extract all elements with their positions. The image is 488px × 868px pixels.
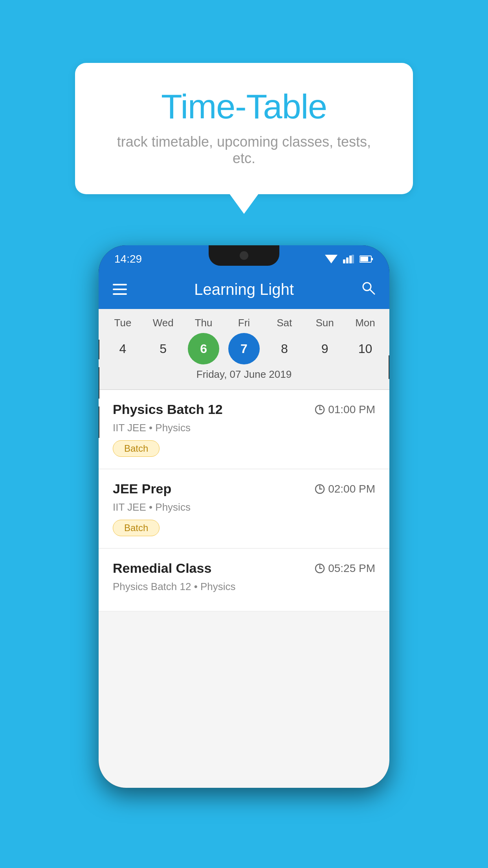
signal-icon — [343, 255, 354, 263]
selected-date-label: Friday, 07 June 2019 — [99, 368, 389, 384]
status-icons — [325, 255, 374, 263]
class-time-0: 01:00 PM — [315, 403, 375, 416]
day-number-5[interactable]: 5 — [147, 333, 179, 364]
hero-subtitle: track timetable, upcoming classes, tests… — [106, 134, 382, 167]
phone-wrapper: 14:29 — [0, 245, 488, 788]
batch-tag-1: Batch — [113, 520, 160, 536]
day-number-4[interactable]: 4 — [107, 333, 138, 364]
day-number-6[interactable]: 6 — [188, 333, 219, 364]
day-number-8[interactable]: 8 — [269, 333, 300, 364]
search-button[interactable] — [361, 281, 375, 298]
class-item-2[interactable]: Remedial Class05:25 PMPhysics Batch 12 •… — [99, 549, 389, 612]
day-header-mon: Mon — [349, 317, 381, 329]
phone-screen: TueWedThuFriSatSunMon 45678910 Friday, 0… — [99, 309, 389, 788]
class-item-1[interactable]: JEE Prep02:00 PMIIT JEE • PhysicsBatch — [99, 469, 389, 549]
svg-rect-1 — [343, 259, 345, 263]
class-subtitle-0: IIT JEE • Physics — [113, 422, 375, 434]
class-item-0[interactable]: Physics Batch 1201:00 PMIIT JEE • Physic… — [99, 390, 389, 469]
svg-rect-3 — [349, 256, 352, 263]
day-header-wed: Wed — [147, 317, 179, 329]
class-name-0: Physics Batch 12 — [113, 402, 223, 417]
menu-button[interactable] — [113, 284, 127, 295]
class-name-1: JEE Prep — [113, 481, 171, 497]
class-header-1: JEE Prep02:00 PM — [113, 481, 375, 497]
clock-icon-1 — [315, 484, 325, 494]
day-numbers: 45678910 — [99, 333, 389, 364]
top-section: Time-Table track timetable, upcoming cla… — [0, 0, 488, 194]
phone-notch — [209, 245, 279, 266]
day-number-10[interactable]: 10 — [349, 333, 381, 364]
class-header-0: Physics Batch 1201:00 PM — [113, 402, 375, 417]
day-number-9[interactable]: 9 — [309, 333, 341, 364]
class-name-2: Remedial Class — [113, 561, 211, 576]
class-time-text-1: 02:00 PM — [328, 483, 375, 495]
phone-device: 14:29 — [99, 245, 389, 788]
battery-icon — [360, 255, 374, 263]
hero-title: Time-Table — [106, 86, 382, 127]
volume-down-button — [99, 406, 99, 438]
power-button — [389, 355, 389, 379]
speech-bubble: Time-Table track timetable, upcoming cla… — [75, 63, 413, 194]
batch-tag-0: Batch — [113, 440, 160, 457]
day-headers: TueWedThuFriSatSunMon — [99, 317, 389, 329]
svg-marker-0 — [325, 255, 338, 263]
class-time-text-0: 01:00 PM — [328, 403, 375, 416]
day-number-7[interactable]: 7 — [228, 333, 260, 364]
search-icon — [361, 281, 375, 295]
front-camera — [240, 251, 248, 260]
class-time-text-2: 05:25 PM — [328, 562, 375, 575]
wifi-icon — [325, 255, 338, 263]
svg-line-9 — [370, 290, 374, 294]
clock-icon-0 — [315, 405, 325, 415]
day-header-thu: Thu — [188, 317, 219, 329]
class-list: Physics Batch 1201:00 PMIIT JEE • Physic… — [99, 390, 389, 612]
svg-rect-6 — [371, 258, 373, 260]
calendar-section: TueWedThuFriSatSunMon 45678910 Friday, 0… — [99, 309, 389, 389]
class-time-2: 05:25 PM — [315, 562, 375, 575]
silent-button — [99, 340, 99, 359]
class-subtitle-1: IIT JEE • Physics — [113, 501, 375, 513]
clock-icon-2 — [315, 563, 325, 574]
day-header-sat: Sat — [269, 317, 300, 329]
class-header-2: Remedial Class05:25 PM — [113, 561, 375, 576]
volume-up-button — [99, 367, 99, 399]
status-time: 14:29 — [114, 253, 142, 265]
class-subtitle-2: Physics Batch 12 • Physics — [113, 581, 375, 593]
day-header-sun: Sun — [309, 317, 341, 329]
svg-rect-2 — [346, 257, 349, 263]
app-title: Learning Light — [194, 281, 294, 298]
day-header-fri: Fri — [228, 317, 260, 329]
svg-rect-4 — [352, 255, 354, 263]
app-bar: Learning Light — [99, 270, 389, 309]
day-header-tue: Tue — [107, 317, 138, 329]
class-time-1: 02:00 PM — [315, 483, 375, 495]
svg-rect-7 — [360, 257, 368, 261]
